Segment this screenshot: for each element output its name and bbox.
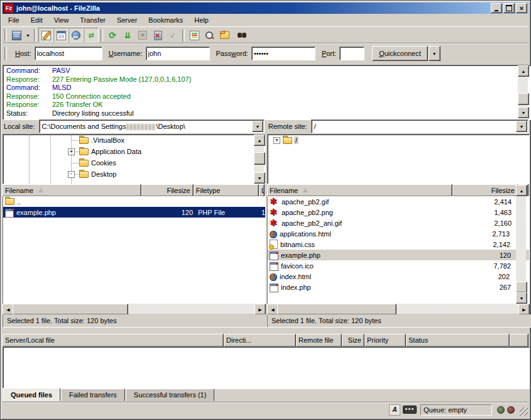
scroll-right-button[interactable]: ▶: [518, 304, 530, 315]
title-bar[interactable]: Fz john@localhost - FileZilla ×: [3, 3, 528, 14]
host-input[interactable]: [35, 47, 102, 60]
scroll-up-button[interactable]: ▲: [518, 65, 529, 77]
remote-path: /: [314, 123, 316, 130]
scroll-right-button[interactable]: ▶: [255, 304, 266, 315]
local-hscroll-thumb[interactable]: [13, 304, 128, 315]
remote-hscroll-thumb[interactable]: [277, 304, 397, 315]
refresh-button[interactable]: ⟳: [105, 28, 120, 42]
file-row[interactable]: applications.html 2,713: [268, 228, 529, 239]
menu-server[interactable]: Server: [111, 15, 143, 25]
column-filetype[interactable]: Filetype: [194, 184, 259, 196]
file-row-example-php[interactable]: example.php 120 PHP File 1: [3, 207, 265, 218]
site-manager-dropdown-button[interactable]: ▼: [24, 28, 32, 42]
tree-item-virtualbox[interactable]: .VirtualBox: [3, 135, 265, 146]
tree-item-application-data[interactable]: + Application Data: [3, 146, 265, 157]
menu-bookmarks[interactable]: Bookmarks: [143, 15, 189, 25]
scroll-down-button[interactable]: ▼: [254, 172, 265, 184]
column-filename[interactable]: Filename: [267, 184, 452, 196]
toggle-remote-tree-button[interactable]: [68, 28, 84, 43]
toggle-message-log-button[interactable]: [38, 28, 53, 43]
local-file-list[interactable]: .. example.php 120 PHP File 1: [3, 196, 266, 304]
site-manager-button[interactable]: [9, 28, 24, 42]
file-row[interactable]: index.html 202: [268, 271, 529, 282]
scroll-up-button[interactable]: ▲: [516, 185, 527, 196]
cancel-operation-button[interactable]: ✕: [135, 28, 150, 42]
find-files-button[interactable]: [232, 28, 247, 42]
file-row[interactable]: ✱ apache_pb2.gif 2,414: [268, 196, 529, 207]
column-server-local-file[interactable]: Server/Local file: [3, 334, 224, 346]
local-site-dropdown-button[interactable]: ▼: [252, 121, 263, 132]
file-row[interactable]: index.php 267: [268, 282, 529, 292]
menu-help[interactable]: Help: [189, 15, 214, 25]
maximize-button[interactable]: [503, 3, 515, 13]
file-row[interactable]: ✱ apache_pb2_ani.gif 2,160: [268, 218, 529, 228]
password-label: Password:: [216, 50, 248, 57]
disconnect-button[interactable]: [150, 28, 165, 42]
filter-button[interactable]: [187, 28, 202, 42]
process-queue-button[interactable]: ⇊: [120, 28, 135, 42]
file-row-parent[interactable]: ..: [3, 196, 265, 207]
minimize-button[interactable]: [491, 3, 502, 13]
username-input[interactable]: [146, 47, 210, 60]
php-file-icon: [270, 262, 278, 271]
menu-file[interactable]: File: [3, 15, 25, 25]
apache-image-icon: ✱: [270, 197, 279, 206]
password-input[interactable]: [251, 47, 315, 60]
log-line: Status:Directory listing successful: [6, 109, 531, 118]
remote-directory-tree[interactable]: + /: [267, 134, 530, 184]
close-button[interactable]: ×: [516, 3, 527, 13]
message-log[interactable]: Command:PASV Response:227 Entering Passi…: [3, 65, 531, 120]
local-directory-tree[interactable]: .VirtualBox + Application Data Cookies -…: [3, 134, 266, 184]
menu-transfer[interactable]: Transfer: [74, 15, 111, 25]
remote-site-combo[interactable]: / ▼: [311, 119, 528, 133]
column-size[interactable]: Size: [342, 334, 364, 346]
directory-comparison-button[interactable]: [202, 28, 217, 42]
log-line: Command:MLSD: [6, 84, 531, 92]
scroll-down-button[interactable]: ▼: [518, 107, 529, 118]
remote-vscroll-thumb[interactable]: [516, 282, 527, 293]
column-direction[interactable]: Directi...: [224, 334, 296, 346]
toggle-local-tree-button[interactable]: [53, 28, 68, 43]
column-status[interactable]: Status: [406, 334, 510, 346]
tab-queued-files[interactable]: Queued files: [3, 388, 60, 401]
tab-failed-transfers[interactable]: Failed transfers: [61, 389, 125, 401]
column-filesize[interactable]: Filesize: [452, 184, 518, 196]
remote-site-bar: Remote site: / ▼: [267, 119, 528, 133]
column-remote-file[interactable]: Remote file: [296, 334, 342, 346]
transfer-queue-list[interactable]: [3, 346, 530, 389]
quickconnect-button[interactable]: Quickconnect: [372, 46, 428, 61]
column-priority[interactable]: Priority: [364, 334, 406, 346]
remote-file-list[interactable]: ✱ apache_pb2.gif 2,414 ✱ apache_pb2.png …: [267, 196, 530, 304]
file-row[interactable]: bitnami.css 2,142: [268, 239, 529, 250]
log-scroll-thumb[interactable]: [518, 93, 529, 105]
column-filesize[interactable]: Filesize: [141, 184, 194, 196]
file-row-selected[interactable]: example.php 120: [268, 250, 529, 260]
abort-button[interactable]: ✓: [165, 28, 180, 42]
port-input[interactable]: [339, 47, 364, 60]
tree-item-desktop[interactable]: - Desktop: [3, 169, 265, 180]
scroll-down-button[interactable]: ▼: [516, 292, 527, 304]
expand-icon[interactable]: +: [68, 148, 75, 155]
collapse-icon[interactable]: -: [68, 171, 75, 178]
local-site-combo[interactable]: C:\Documents and Settings\Desktop\ ▼: [39, 119, 265, 133]
abort-icon: ✓: [170, 31, 177, 40]
file-row[interactable]: favicon.ico 7,782: [268, 260, 529, 271]
menu-view[interactable]: View: [48, 15, 75, 25]
scroll-up-button[interactable]: ▲: [254, 135, 265, 146]
column-filename[interactable]: Filename: [3, 184, 141, 196]
toggle-queue-button[interactable]: ⇄: [84, 28, 99, 43]
file-row[interactable]: ✱ apache_pb2.png 1,463: [268, 207, 529, 218]
tree-line: [71, 140, 79, 141]
quickconnect-dropdown-button[interactable]: ▼: [429, 46, 441, 61]
column-last-modified[interactable]: Last modified: [259, 184, 265, 196]
synchronized-browsing-button[interactable]: [217, 28, 232, 42]
expand-icon[interactable]: +: [273, 137, 280, 144]
tree-item-cookies[interactable]: Cookies: [3, 157, 265, 169]
remote-site-dropdown-button[interactable]: ▼: [516, 121, 527, 132]
resize-grip[interactable]: [520, 407, 528, 416]
tree-item-root[interactable]: + /: [268, 135, 529, 146]
local-tree-scroll-thumb[interactable]: [254, 152, 265, 165]
tab-successful-transfers[interactable]: Successful transfers (1): [126, 389, 215, 401]
menu-edit[interactable]: Edit: [25, 15, 48, 25]
folder-icon: [79, 160, 89, 168]
